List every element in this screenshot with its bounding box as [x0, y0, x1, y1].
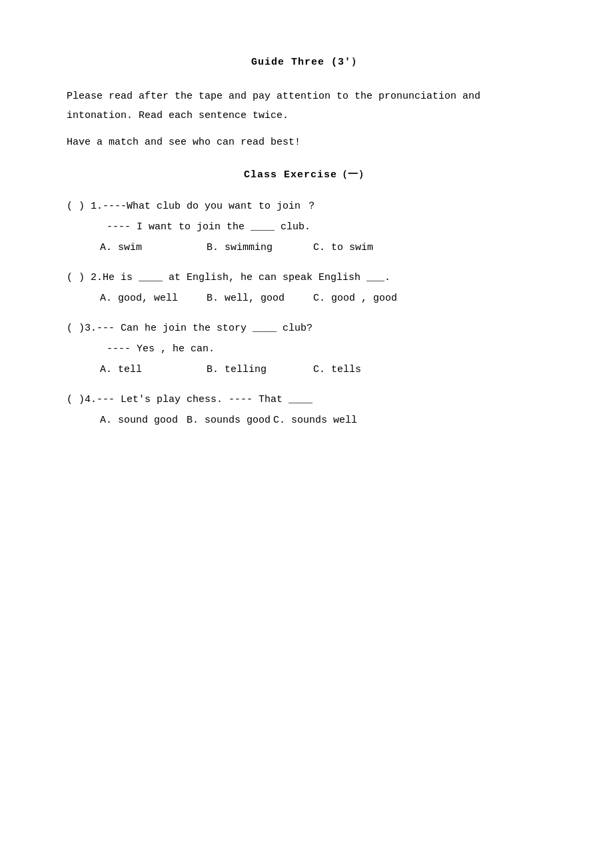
question-3: ( )3. --- Can he join the story ____ clu…	[67, 319, 546, 379]
instruction-1: Please read after the tape and pay atten…	[67, 87, 546, 125]
q2-number: ( ) 2.	[67, 269, 103, 287]
q1-option-b: B. swimming	[207, 239, 313, 257]
q4-option-b: B. sounds good	[187, 411, 273, 429]
q3-option-c: C. tells	[313, 361, 420, 379]
q3-sub: ---- Yes , he can.	[67, 340, 546, 358]
q1-option-a: A. swim	[100, 239, 207, 257]
q4-prompt: --- Let's play chess. ---- That ____	[97, 391, 546, 409]
q2-prompt: He is ____ at English, he can speak Engl…	[103, 269, 546, 287]
question-2: ( ) 2. He is ____ at English, he can spe…	[67, 269, 546, 307]
q4-number: ( )4.	[67, 391, 97, 409]
page-title: Guide Three (3'）	[67, 53, 546, 71]
q1-prompt: ----What club do you want to join ？	[103, 197, 546, 215]
question-1: ( ) 1. ----What club do you want to join…	[67, 197, 546, 257]
q1-sub: ---- I want to join the ____ club.	[67, 218, 546, 236]
q3-option-b: B. telling	[207, 361, 313, 379]
q2-option-c: C. good , good	[313, 289, 420, 307]
q4-option-a: A. sound good	[100, 411, 187, 429]
q1-option-c: C. to swim	[313, 239, 420, 257]
q2-option-a: A. good, well	[100, 289, 207, 307]
q3-prompt: --- Can he join the story ____ club?	[97, 319, 546, 337]
q3-option-a: A. tell	[100, 361, 207, 379]
section-title: Class Exercise（一）	[67, 166, 546, 184]
q1-number: ( ) 1.	[67, 197, 103, 215]
q2-option-b: B. well, good	[207, 289, 313, 307]
q4-option-c: C. sounds well	[273, 411, 360, 429]
instruction-2: Have a match and see who can read best!	[67, 133, 546, 153]
q3-number: ( )3.	[67, 319, 97, 337]
question-4: ( )4. --- Let's play chess. ---- That __…	[67, 391, 546, 429]
